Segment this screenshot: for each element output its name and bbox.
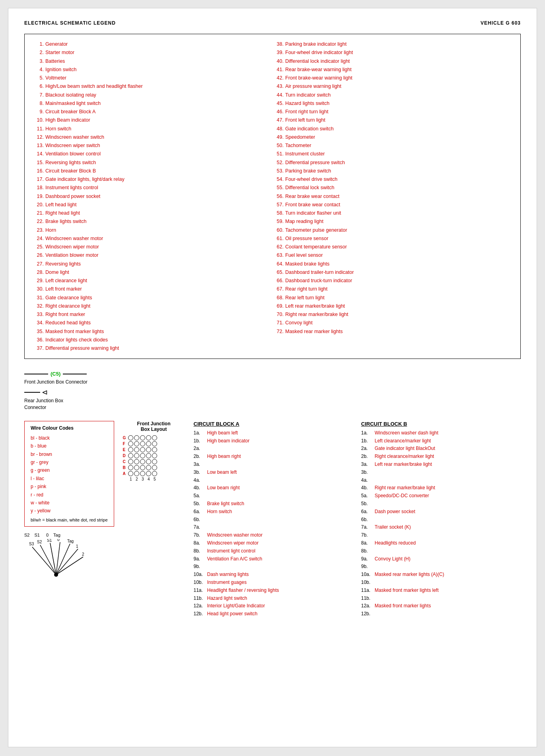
circuit-entry-text: Instrument light control (207, 547, 255, 555)
jb-circle (128, 441, 133, 446)
jb-cell (140, 459, 145, 464)
list-item: 12.Windscreen washer switch (33, 133, 269, 142)
list-item: 66.Dashboard truck-turn indicator (272, 277, 508, 285)
list-item: 19.Dashboard power socket (33, 192, 269, 201)
list-item: 18.Instrument lights control (33, 184, 269, 192)
wire-code-item: p - pink (31, 483, 108, 490)
front-connector-line: (C5) (24, 371, 87, 377)
jb-circle (152, 441, 157, 446)
left-lower: Wire Colour Codes bl - blackb - bluebr -… (24, 417, 186, 618)
circuit-entry: 9a.Convoy Light (H) (361, 555, 521, 563)
circuit-entry-num: 1a. (194, 429, 205, 437)
jb-circle (128, 471, 133, 476)
circuit-entry-num: 2b. (361, 453, 372, 461)
list-item: 47.Front left turn light (272, 116, 508, 124)
circuit-entry: 4b.Right rear marker/brake light (361, 484, 521, 492)
circuit-entry-num: 5a. (361, 492, 372, 500)
rear-connector-label: Rear Junction Box Connector (24, 397, 63, 411)
jb-col-label: 3 (140, 477, 145, 481)
jb-row: E (123, 447, 158, 452)
circuit-entry: 1b.High beam indicator (194, 437, 353, 445)
list-item: 40.Differential lock indicator light (272, 57, 508, 66)
list-item: 37.Differential pressure warning light (33, 344, 269, 353)
jb-cell (128, 471, 133, 476)
jb-cell (134, 453, 139, 458)
wire-code-item: w - white (31, 499, 108, 507)
jb-circle (140, 447, 145, 452)
circuit-entry-text: Low beam left (207, 469, 237, 477)
wiring-label-0: 0 (46, 533, 49, 537)
list-item: 16.Circuit breaker Block B (33, 167, 269, 175)
jb-cell (146, 453, 151, 458)
list-item: 11.Horn switch (33, 125, 269, 133)
list-item: 15.Reversing lights switch (33, 159, 269, 167)
jb-row-label: C (123, 459, 128, 464)
circuit-entry-num: 1a. (361, 429, 372, 437)
jb-cell (146, 441, 151, 446)
jb-circle (152, 465, 157, 470)
list-item: 14.Ventilation blower control (33, 150, 269, 158)
list-item: 41.Rear brake-wear warning light (272, 66, 508, 74)
list-item: 67.Rear right turn light (272, 285, 508, 293)
circuit-entry: 10b. (361, 579, 521, 587)
list-item: 71.Convoy light (272, 319, 508, 327)
circuit-block-a-entries: 1a.High beam left1b.High beam indicator2… (194, 429, 353, 618)
circuit-entry-text: Gate indicator light BlackOut (375, 445, 435, 453)
circuit-entry-num: 10a. (361, 571, 372, 579)
jb-cell (140, 435, 145, 440)
jb-circle (134, 453, 139, 458)
circuit-entry: 9b. (194, 563, 353, 571)
jb-cell (146, 459, 151, 464)
circuit-entry: 9a.Ventilation Fan A/C switch (194, 555, 353, 563)
jb-circle (140, 459, 145, 464)
circuit-entry-num: 6b. (361, 516, 372, 524)
circuit-entry-num: 9a. (361, 555, 372, 563)
wire-codes-list: bl - blackb - bluebr - browngr - greyg -… (31, 434, 108, 515)
jb-cell (152, 459, 157, 464)
wiring-label-tag: Tag (53, 533, 60, 537)
list-item: 63.Fuel level sensor (272, 251, 508, 260)
list-item: 49.Speedometer (272, 133, 508, 142)
jb-cell (140, 465, 145, 470)
jb-cell (152, 465, 157, 470)
circuit-block-a: CIRCUIT BLOCK A 1a.High beam left1b.High… (194, 421, 353, 618)
list-item: 62.Coolant temperature sensor (272, 243, 508, 251)
jb-circle (146, 471, 151, 476)
circuit-entry-text: Left clearance/marker light (375, 437, 431, 445)
list-item: 28.Dome light (33, 268, 269, 277)
list-item: 55.Differential lock switch (272, 184, 508, 192)
wire-code-note: bl/w/r = black main, white dot, red stri… (31, 518, 108, 522)
list-item: 45.Hazard lights switch (272, 99, 508, 108)
list-item: 65.Dashboard trailer-turn indicator (272, 268, 508, 277)
circuit-block-b-entries: 1a.Windscreen washer dash light1b.Left c… (361, 429, 521, 618)
list-item: 7.Blackout isolating relay (33, 91, 269, 99)
jb-cell (128, 441, 133, 446)
list-item: 4.Ignition switch (33, 66, 269, 74)
info-row: Wire Colour Codes bl - blackb - bluebr -… (24, 421, 186, 527)
list-item: 13.Windscreen wiper switch (33, 142, 269, 150)
circuit-entry-text: Masked front marker lights (375, 602, 431, 610)
jb-circle (134, 441, 139, 446)
list-item: 50.Tachometer (272, 142, 508, 150)
circuit-block-a-title: CIRCUIT BLOCK A (194, 421, 353, 427)
circuit-entry: 11b.Hazard light switch (194, 595, 353, 603)
jb-row: F (123, 441, 158, 446)
wire-code-item: br - brown (31, 450, 108, 458)
wire-code-item: b - blue (31, 442, 108, 450)
circuit-entry-num: 4b. (194, 484, 205, 492)
circuit-entry-num: 1b. (194, 437, 205, 445)
rear-line (24, 392, 40, 393)
circuit-entry-text: Headlight flasher / reversing lights (207, 587, 279, 595)
svg-text:0: 0 (57, 539, 60, 542)
circuit-entry: 8a.Windscreen wiper motor (194, 539, 353, 547)
jb-cell (134, 447, 139, 452)
circuit-entry-text: High beam left (207, 429, 238, 437)
jb-cell (146, 465, 151, 470)
circuit-entry: 5b.Brake light switch (194, 500, 353, 508)
circuit-entry-text: Windscreen washer dash light (375, 429, 438, 437)
jb-cell (140, 447, 145, 452)
jb-row-label: F (123, 441, 128, 446)
circuit-entry-num: 11b. (361, 595, 372, 603)
circuit-entry: 1a.Windscreen washer dash light (361, 429, 521, 437)
wiring-label-row: S2 S1 0 Tag (24, 533, 186, 537)
